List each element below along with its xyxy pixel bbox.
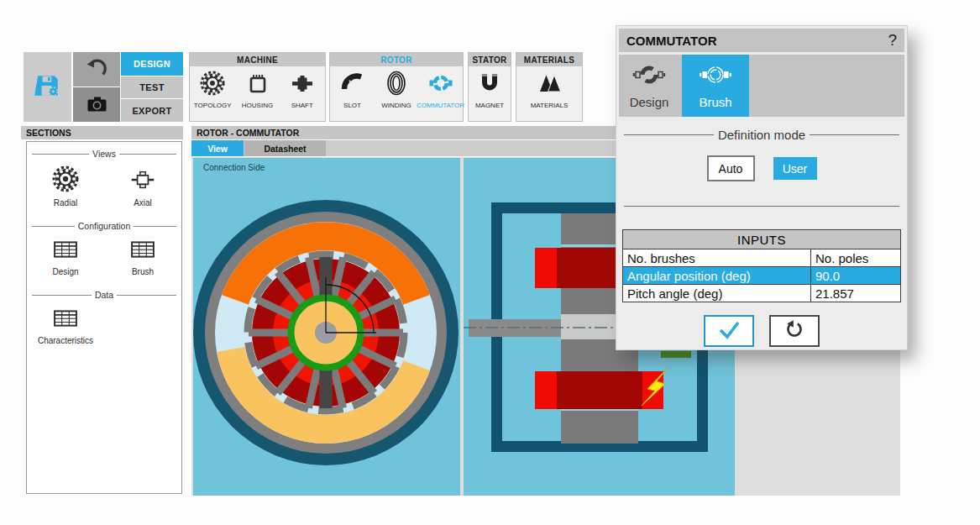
materials-icon [537,71,562,99]
ribbon-item-commutator[interactable]: COMMUTATOR [419,71,463,109]
input-value[interactable]: No. poles [811,249,901,267]
sidebar-item-design[interactable]: Design [27,233,104,276]
inputs-table-header: INPUTS [623,230,901,249]
checkmark-icon [710,317,747,345]
ribbon-item-label: SLOT [343,102,361,109]
camera-icon [84,92,109,118]
ribbon-item-label: SHAFT [291,102,313,109]
ribbon-item-label: MATERIALS [531,102,569,109]
ribbon-group-stator: STATOR MAGNET [468,52,511,122]
table-row[interactable]: Pitch angle (deg) 21.857 [623,285,901,302]
commutator-brush-icon [699,63,732,90]
tab-datasheet[interactable]: Datasheet [244,140,326,156]
ribbon-item-topology[interactable]: TOPOLOGY [191,71,234,109]
ribbon-item-label: COMMUTATOR [417,102,464,109]
sidebar-group-views: Views [32,149,176,159]
definition-mode-options: Auto User [619,155,904,181]
user-mode-button[interactable]: User [773,157,817,180]
commutator-dialog: COMMUTATOR ? Design [616,25,908,350]
ribbon-item-materials[interactable]: MATERIALS [527,71,571,109]
table-row-selected[interactable]: Angular position (deg) 90.0 [623,267,901,285]
sidebar-group-configuration: Configuration [32,221,176,231]
ribbon-group-materials-label: MATERIALS [516,53,582,66]
sidebar-item-label: Characteristics [38,336,93,345]
radial-cross-section [193,158,460,496]
dialog-tab-brush[interactable]: Brush [682,55,749,117]
ribbon-group-machine-label: MACHINE [190,53,325,66]
table-icon [51,238,80,265]
brush-marker [661,351,691,358]
dialog-title: COMMUTATOR [626,34,716,48]
dialog-separator [624,206,899,207]
dialog-tab-label: Design [630,95,669,109]
sidebar-item-characteristics[interactable]: Characteristics [27,302,104,345]
input-label[interactable]: No. brushes [623,249,811,267]
dialog-tabs: Design Brush [619,55,904,117]
sidebar-item-label: Axial [134,198,152,207]
sections-header: SECTIONS [21,126,183,139]
axial-view-icon [128,165,157,196]
sidebar-group-data: Data [32,290,176,300]
winding-coil-icon [384,71,409,99]
sidebar-item-brush[interactable]: Brush [104,233,181,276]
ribbon-item-label: TOPOLOGY [194,102,232,109]
ribbon-item-winding[interactable]: WINDING [375,71,418,109]
radial-view-panel[interactable]: Connection Side [193,158,460,496]
ribbon-item-label: HOUSING [242,102,273,109]
horseshoe-magnet-icon [477,71,502,99]
save-button[interactable] [24,52,71,122]
ribbon-item-label: WINDING [381,102,411,109]
sidebar-item-label: Design [52,267,78,276]
design-mode-button[interactable]: DESIGN [121,52,183,76]
ribbon-group-machine: MACHINE TOPOLOGY [189,52,326,122]
input-label[interactable]: Pitch angle (deg) [623,285,811,302]
slot-icon [340,71,365,99]
reset-button[interactable] [769,315,820,347]
ribbon-item-housing[interactable]: HOUSING [236,71,280,109]
inputs-table: INPUTS No. brushes No. poles Angular pos… [622,229,901,302]
test-mode-button[interactable]: TEST [121,76,183,98]
table-row[interactable]: No. brushes No. poles [623,249,901,267]
ribbon-item-shaft[interactable]: SHAFT [280,71,324,109]
save-icon [34,72,61,102]
housing-frame-icon [245,71,270,99]
rotor-lamination-icon [200,71,225,99]
sidebar-item-label: Radial [54,198,77,207]
ribbon-group-materials: MATERIALS MATERIALS [516,52,583,122]
help-button[interactable]: ? [888,31,897,50]
inputs-table-header-row: INPUTS [623,230,901,249]
dialog-title-bar: COMMUTATOR ? [619,29,904,52]
dialog-actions [619,315,904,347]
shaft-icon [290,71,315,99]
input-value[interactable]: 21.857 [811,285,901,302]
export-mode-button[interactable]: EXPORT [121,99,183,122]
table-icon [51,307,80,333]
ribbon-item-label: MAGNET [475,102,504,109]
commutator-ring-icon [428,71,453,99]
sidebar-item-radial[interactable]: Radial [27,160,104,207]
dialog-tab-label: Brush [699,95,731,109]
confirm-button[interactable] [704,315,754,347]
auto-mode-button[interactable]: Auto [707,155,755,181]
sections-panel: Views Radial [26,141,182,494]
input-label[interactable]: Angular position (deg) [623,267,811,285]
commutator-design-icon [632,63,666,90]
sidebar-item-label: Brush [132,267,154,276]
radial-view-icon [51,165,80,196]
ribbon-item-slot[interactable]: SLOT [331,71,375,109]
ribbon-group-rotor: ROTOR SLOT WI [329,52,464,122]
restore-arrow-icon [783,318,805,344]
application-window: DESIGN TEST EXPORT MACHINE [0,0,980,525]
sidebar-item-axial[interactable]: Axial [104,160,181,207]
dialog-tab-design[interactable]: Design [619,55,679,117]
screenshot-button[interactable] [73,87,120,122]
ribbon-group-rotor-label: ROTOR [330,53,463,66]
undo-button[interactable] [73,52,120,87]
tab-view[interactable]: View [191,140,244,156]
connection-side-label: Connection Side [203,163,265,172]
ribbon-group-stator-label: STATOR [469,53,511,66]
input-value[interactable]: 90.0 [811,267,901,285]
ribbon-item-magnet[interactable]: MAGNET [469,71,511,109]
definition-mode-legend: Definition mode [624,128,899,142]
table-icon [128,238,157,265]
